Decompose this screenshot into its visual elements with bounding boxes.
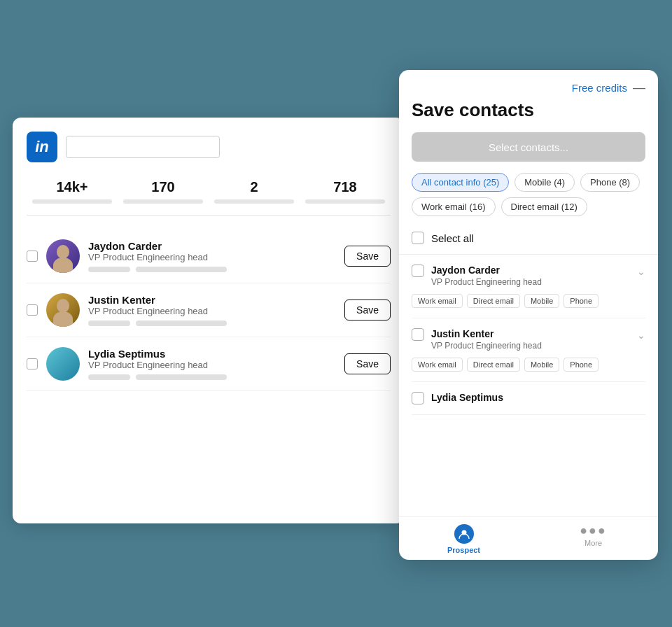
nav-item-more[interactable]: ●●● More: [528, 524, 658, 554]
contact-tags-jaydon: Work email Direct email Mobile Phone: [412, 294, 645, 308]
tag-work-email-justin: Work email: [412, 358, 463, 372]
sp-checkbox-jaydon[interactable]: [412, 265, 424, 277]
filter-tab-all[interactable]: All contact info (25): [412, 173, 509, 192]
li-avatar-jaydon: [46, 239, 80, 273]
li-subbar-short-jaydon: [88, 267, 130, 272]
li-subinfo-lydia: [88, 374, 336, 380]
li-subbar-long-justin: [136, 320, 227, 326]
stat-item-2: 2: [209, 179, 300, 204]
chevron-down-icon-jaydon[interactable]: ⌄: [637, 265, 645, 277]
save-panel-header: Free credits —: [399, 70, 658, 99]
tag-phone-justin: Phone: [564, 358, 598, 372]
stat-bar-14k: [32, 199, 112, 204]
stat-item-718: 718: [300, 179, 391, 204]
li-subbar-long-lydia: [136, 374, 227, 380]
bottom-nav: Prospect ●●● More: [399, 516, 658, 560]
filter-tab-direct-email[interactable]: Direct email (12): [501, 197, 587, 216]
select-all-row: Select all: [399, 225, 658, 255]
save-btn-jaydon[interactable]: Save: [344, 246, 391, 267]
sp-checkbox-justin[interactable]: [412, 328, 424, 341]
tag-work-email-jaydon: Work email: [412, 294, 463, 308]
li-subinfo-justin: [88, 320, 336, 326]
tag-direct-email-justin: Direct email: [467, 358, 520, 372]
stat-bar-170: [123, 199, 203, 204]
li-subinfo-jaydon: [88, 267, 336, 272]
sp-contact-top-justin: Justin Kenter VP Product Engineering hea…: [412, 328, 645, 351]
li-checkbox-jaydon[interactable]: [27, 251, 38, 262]
li-avatar-justin: [46, 293, 80, 327]
contacts-list: Jaydon Carder VP Product Engineering hea…: [399, 255, 658, 516]
li-subbar-short-justin: [88, 320, 130, 326]
sp-contact-info-justin: Justin Kenter VP Product Engineering hea…: [431, 328, 630, 351]
save-btn-justin[interactable]: Save: [344, 300, 391, 320]
sp-contact-row-lydia: Lydia Septimus: [412, 382, 645, 415]
tag-direct-email-jaydon: Direct email: [467, 294, 520, 308]
sp-contact-row-justin: Justin Kenter VP Product Engineering hea…: [412, 318, 645, 382]
li-checkbox-lydia[interactable]: [27, 358, 38, 369]
more-dots-icon: ●●●: [580, 524, 607, 537]
sp-contact-row-jaydon: Jaydon Carder VP Product Engineering hea…: [412, 255, 645, 318]
select-contacts-button[interactable]: Select contacts...: [412, 132, 645, 162]
tag-mobile-jaydon: Mobile: [524, 294, 559, 308]
prospect-icon: [454, 524, 474, 544]
tag-phone-jaydon: Phone: [564, 294, 598, 308]
save-contacts-panel: Free credits — Save contacts Select cont…: [399, 70, 658, 560]
tag-mobile-justin: Mobile: [524, 358, 559, 372]
linkedin-logo: in: [27, 132, 57, 162]
chevron-down-icon-justin[interactable]: ⌄: [637, 328, 645, 341]
stats-row: 14k+ 170 2 718: [27, 179, 391, 216]
stat-item-170: 170: [118, 179, 209, 204]
li-info-lydia: Lydia Septimus VP Product Engineering he…: [88, 348, 336, 380]
linkedin-panel: in 14k+ 170 2 718 Jaydon Carder VP Produ…: [13, 118, 405, 523]
li-contact-row-jaydon: Jaydon Carder VP Product Engineering hea…: [27, 230, 391, 283]
linkedin-search-bar[interactable]: [66, 136, 220, 158]
nav-label-prospect: Prospect: [447, 546, 480, 554]
sp-contact-info-jaydon: Jaydon Carder VP Product Engineering hea…: [431, 265, 630, 287]
li-subbar-short-lydia: [88, 374, 130, 380]
li-contact-row-lydia: Lydia Septimus VP Product Engineering he…: [27, 337, 391, 391]
save-btn-lydia[interactable]: Save: [344, 353, 391, 374]
li-checkbox-justin[interactable]: [27, 304, 38, 316]
sp-contact-top-jaydon: Jaydon Carder VP Product Engineering hea…: [412, 265, 645, 287]
filter-tab-phone[interactable]: Phone (8): [580, 173, 640, 192]
nav-label-more: More: [584, 539, 602, 547]
sp-contact-top-lydia: Lydia Septimus: [412, 392, 645, 404]
filter-tab-work-email[interactable]: Work email (16): [412, 197, 496, 216]
linkedin-header: in: [27, 132, 391, 162]
stat-item-14k: 14k+: [27, 179, 118, 204]
li-info-jaydon: Jaydon Carder VP Product Engineering hea…: [88, 240, 336, 272]
sp-contact-info-lydia: Lydia Septimus: [431, 392, 645, 403]
li-contact-row-justin: Justin Kenter VP Product Engineering hea…: [27, 283, 391, 337]
li-avatar-lydia: [46, 347, 80, 381]
contact-tags-justin: Work email Direct email Mobile Phone: [412, 358, 645, 372]
free-credits-link[interactable]: Free credits: [572, 82, 627, 94]
sp-checkbox-lydia[interactable]: [412, 392, 424, 404]
nav-item-prospect[interactable]: Prospect: [399, 524, 528, 554]
li-subbar-long-jaydon: [136, 267, 227, 272]
select-all-checkbox[interactable]: [412, 232, 424, 244]
filter-tab-mobile[interactable]: Mobile (4): [514, 173, 575, 192]
filter-tabs: All contact info (25) Mobile (4) Phone (…: [399, 173, 658, 225]
stat-bar-718: [305, 199, 385, 204]
select-all-label: Select all: [431, 232, 474, 244]
save-panel-title: Save contacts: [399, 99, 658, 132]
minimize-icon[interactable]: —: [633, 81, 645, 94]
stat-bar-2: [214, 199, 294, 204]
li-info-justin: Justin Kenter VP Product Engineering hea…: [88, 294, 336, 326]
